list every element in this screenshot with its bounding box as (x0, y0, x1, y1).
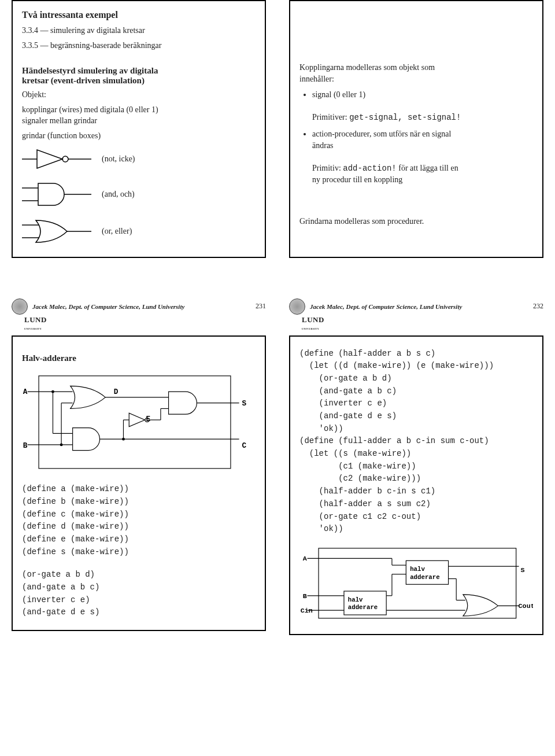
slide-231-box: Två intressanta exempel 3.3.4 — simuleri… (12, 0, 266, 258)
svg-text:A: A (23, 388, 28, 396)
or-gate-label: (or, eller) (102, 227, 132, 236)
svg-text:adderare: adderare (348, 604, 378, 611)
svg-text:Cout: Cout (519, 602, 533, 610)
kopplingar-intro: Kopplingarna modelleras som objekt som i… (299, 62, 533, 84)
lund-seal-icon (289, 298, 305, 315)
svg-text:B: B (23, 441, 28, 449)
svg-marker-1 (37, 150, 62, 168)
or-gate-icon (22, 217, 91, 246)
svg-text:A: A (303, 555, 308, 563)
footer-affil: Jacek Malec, Dept. of Computer Science, … (32, 303, 184, 310)
full-adder-diagram: A B Cin S Cout halv adderare (296, 544, 533, 625)
intro-item-2: 3.3.5 — begränsning-baserade beräkningar (22, 40, 256, 51)
svg-text:D: D (114, 388, 119, 396)
lund-label: Lund university (302, 316, 543, 331)
footer-231: Jacek Malec, Dept. of Computer Science, … (12, 281, 266, 635)
half-adder-diagram: A B D E S C (16, 371, 256, 475)
not-gate-row: (not, icke) (22, 146, 256, 172)
not-gate-label: (not, icke) (102, 154, 135, 164)
objekt-label: Objekt: (22, 89, 256, 101)
svg-text:adderare: adderare (410, 573, 439, 580)
wire-defines-code: (define a (make-wire)) (define b (make-w… (22, 483, 256, 558)
and-gate-label: (and, och) (102, 190, 135, 199)
and-gate-row: (and, och) (22, 180, 256, 209)
svg-text:S: S (521, 566, 525, 574)
grindar-line: Grindarna modelleras som procedurer. (299, 216, 533, 227)
footer-affil: Jacek Malec, Dept. of Computer Science, … (310, 303, 462, 310)
wires-desc: kopplingar (wires) med digitala (0 eller… (22, 104, 256, 127)
svg-text:S: S (242, 399, 246, 407)
gates-line: grindar (function boxes) (22, 130, 256, 142)
page-number-232: 232 (533, 302, 543, 311)
not-gate-icon (22, 146, 91, 172)
lund-seal-icon (12, 298, 28, 315)
or-gate-row: (or, eller) (22, 217, 256, 246)
intro-item-1: 3.3.4 — simulering av digitala kretsar (22, 25, 256, 36)
adder-definitions-code: (define (half-adder a b s c) (let ((d (m… (299, 348, 533, 536)
slide-234-box: (define (half-adder a b s c) (let ((d (m… (289, 335, 543, 635)
page-number-231: 231 (256, 302, 266, 311)
gate-calls-code: (or-gate a b d) (and-gate a b c) (invert… (22, 569, 256, 619)
svg-text:C: C (242, 441, 246, 449)
bullet-action: action-procedurer, som utförs när en sig… (312, 128, 533, 186)
svg-text:halv: halv (410, 566, 425, 573)
section-heading-line1: Händelsestyrd simulering av digitala kre… (22, 66, 256, 86)
svg-rect-10 (39, 375, 231, 468)
intro-heading: Två intressanta exempel (22, 10, 256, 20)
footer-232: Jacek Malec, Dept. of Computer Science, … (289, 281, 543, 635)
bullet-signal: signal (0 eller 1) Primitiver: get-signa… (312, 89, 533, 124)
svg-text:B: B (303, 592, 307, 600)
lund-label: Lund university (24, 316, 266, 331)
svg-text:Cin: Cin (301, 607, 313, 615)
slide-232-box: Kopplingarna modelleras som objekt som i… (289, 0, 543, 258)
svg-marker-30 (129, 413, 145, 426)
and-gate-icon (22, 180, 91, 209)
slide-233-box: Halv-adderare A B D E S C (12, 335, 266, 632)
halv-adderare-heading: Halv-adderare (22, 353, 256, 363)
svg-text:halv: halv (348, 596, 363, 603)
